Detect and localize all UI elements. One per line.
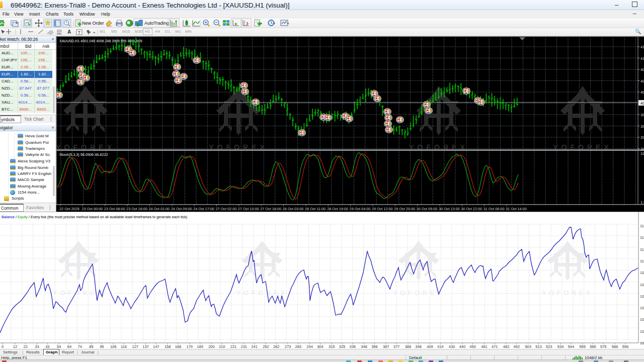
svg-text:241: 241 [251, 344, 258, 349]
svg-text:T: T [78, 30, 81, 35]
svg-text:29 Oct 20:00: 29 Oct 20:00 [394, 207, 415, 211]
svg-text:294: 294 [306, 344, 313, 349]
svg-text:22: 22 [24, 344, 28, 349]
svg-text:29 Oct 04:00: 29 Oct 04:00 [350, 207, 371, 211]
svg-text:471: 471 [492, 344, 498, 349]
svg-text:64: 64 [67, 344, 71, 349]
svg-text:27 Oct 18:00: 27 Oct 18:00 [260, 207, 281, 211]
svg-text:565: 565 [590, 344, 596, 349]
svg-text:10947: 10947 [640, 270, 644, 275]
svg-text:11113: 11113 [640, 259, 644, 263]
svg-text:461: 461 [481, 344, 488, 349]
svg-text:54: 54 [57, 344, 61, 349]
svg-text:10616: 10616 [640, 294, 644, 299]
svg-text:450: 450 [469, 344, 476, 349]
svg-text:74: 74 [78, 344, 82, 349]
svg-text:0: 0 [2, 344, 4, 349]
svg-text:27 Oct 02:00: 27 Oct 02:00 [216, 207, 237, 211]
svg-text:12: 12 [13, 344, 17, 349]
svg-text:147: 147 [153, 344, 159, 349]
svg-text:273: 273 [285, 344, 291, 349]
svg-text:YOFOREX: YOFOREX [542, 289, 593, 297]
svg-text:430: 430 [449, 344, 455, 349]
svg-text:24 Oct 17:00: 24 Oct 17:00 [193, 207, 214, 211]
svg-text:398: 398 [415, 344, 422, 349]
svg-text:10451: 10451 [640, 306, 644, 310]
svg-text:11278: 11278 [640, 247, 644, 252]
svg-text:4125.95: 4125.95 [640, 45, 644, 49]
svg-text:200: 200 [208, 344, 215, 349]
svg-text:335: 335 [350, 344, 356, 349]
svg-text:3925.95: 3925.95 [640, 135, 644, 140]
svg-text:4001.50: 4001.50 [640, 101, 644, 106]
svg-text:4075.95: 4075.95 [640, 67, 644, 72]
svg-text:367: 367 [383, 344, 389, 349]
svg-text:43: 43 [45, 344, 49, 349]
svg-text:210: 210 [219, 344, 225, 349]
svg-text:262: 262 [273, 344, 280, 349]
svg-text:513: 513 [535, 344, 542, 349]
svg-text:10120: 10120 [640, 329, 644, 334]
svg-text:XAUUSD,H1 4001.045 4006.248 39: XAUUSD,H1 4001.045 4006.248 3995.955 400… [59, 39, 142, 43]
svg-text:325: 325 [339, 344, 346, 349]
svg-text:22 Oct 2025: 22 Oct 2025 [59, 207, 79, 211]
svg-text:252: 252 [263, 344, 269, 349]
svg-text:179: 179 [187, 344, 193, 349]
svg-text:4050.95: 4050.95 [640, 79, 644, 83]
svg-text:30 Oct 13:00: 30 Oct 13:00 [439, 207, 460, 211]
svg-text:544: 544 [568, 344, 575, 349]
svg-text:440: 440 [459, 344, 466, 349]
svg-text:523: 523 [546, 344, 552, 349]
svg-text:30 Oct 05:00: 30 Oct 05:00 [417, 207, 438, 211]
svg-text:116: 116 [121, 344, 127, 349]
svg-text:Balance / Equity / Every tick: Balance / Equity / Every tick (the most … [2, 215, 187, 219]
svg-text:137: 137 [142, 344, 149, 349]
svg-text:189: 189 [197, 344, 203, 349]
svg-text:534: 534 [557, 344, 564, 349]
svg-text:231: 231 [241, 344, 248, 349]
svg-text:304: 304 [317, 344, 324, 349]
svg-text:24 Oct 01:00: 24 Oct 01:00 [148, 207, 170, 211]
svg-text:YOFOREX: YOFOREX [236, 289, 288, 297]
svg-text:YOFOREX: YOFOREX [393, 289, 444, 297]
svg-text:555: 555 [579, 344, 586, 349]
svg-text:29 Oct 12:00: 29 Oct 12:00 [372, 207, 393, 211]
svg-text:27 Oct 10:00: 27 Oct 10:00 [238, 207, 259, 211]
svg-text:A: A [67, 29, 71, 35]
svg-text:28 Oct 03:00: 28 Oct 03:00 [283, 207, 304, 211]
svg-text:30 Oct 22:00: 30 Oct 22:00 [461, 207, 482, 211]
svg-text:10782: 10782 [640, 283, 644, 287]
svg-text:283: 283 [295, 344, 302, 349]
svg-text:11444: 11444 [640, 235, 644, 240]
svg-text:11609: 11609 [640, 224, 644, 228]
svg-text:106: 106 [110, 344, 117, 349]
svg-text:4025.95: 4025.95 [640, 90, 644, 95]
svg-text:3975.95: 3975.95 [640, 113, 644, 117]
svg-text:221: 221 [230, 344, 237, 349]
svg-text:100.0000: 100.0000 [640, 151, 644, 156]
svg-text:127: 127 [132, 344, 139, 349]
svg-text:586: 586 [612, 344, 618, 349]
svg-text:492: 492 [514, 344, 520, 349]
svg-text:4100.95: 4100.95 [640, 56, 644, 61]
svg-text:3900.95: 3900.95 [640, 147, 644, 151]
svg-text:315: 315 [329, 344, 335, 349]
svg-text:95: 95 [100, 344, 104, 349]
svg-text:10285: 10285 [640, 317, 644, 322]
svg-text:85: 85 [89, 344, 93, 349]
svg-text:31 Oct 06:00: 31 Oct 06:00 [484, 207, 505, 211]
svg-text:388: 388 [405, 344, 412, 349]
svg-text:28 Oct 19:00: 28 Oct 19:00 [327, 207, 348, 211]
svg-text:168: 168 [175, 344, 182, 349]
svg-text:3950.95: 3950.95 [640, 124, 644, 129]
svg-text:377: 377 [393, 344, 400, 349]
svg-text:356: 356 [371, 344, 378, 349]
svg-text:346: 346 [361, 344, 367, 349]
svg-text:23 Oct 08:00: 23 Oct 08:00 [104, 207, 125, 211]
svg-text:503: 503 [525, 344, 531, 349]
svg-text:409: 409 [427, 344, 433, 349]
svg-text:419: 419 [437, 344, 444, 349]
svg-text:482: 482 [503, 344, 510, 349]
svg-text:28 Oct 11:00: 28 Oct 11:00 [305, 207, 326, 211]
svg-text:33: 33 [35, 344, 39, 349]
